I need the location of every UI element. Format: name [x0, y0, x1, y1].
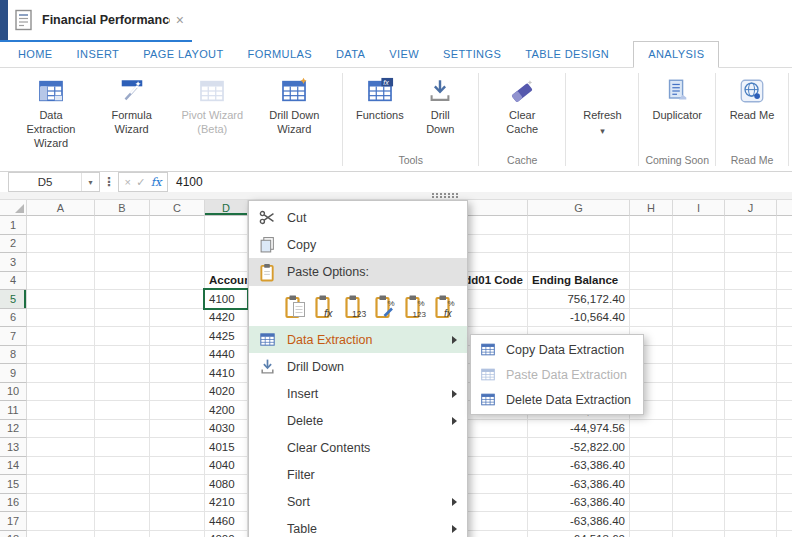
cell-G6[interactable]: -10,564.40: [528, 309, 630, 328]
cell-K8[interactable]: [777, 346, 792, 365]
cell-J4[interactable]: [725, 272, 777, 291]
cell-B1[interactable]: [95, 216, 150, 235]
row-header-3[interactable]: 3: [0, 253, 27, 272]
cell-K13[interactable]: [777, 438, 792, 457]
cell-C6[interactable]: [150, 309, 205, 328]
row-header-2[interactable]: 2: [0, 235, 27, 254]
cell-J14[interactable]: [725, 457, 777, 476]
cell-A18[interactable]: [27, 531, 95, 537]
cell-B2[interactable]: [95, 235, 150, 254]
cell-C9[interactable]: [150, 364, 205, 383]
cell-K17[interactable]: [777, 512, 792, 531]
cell-H13[interactable]: [630, 438, 673, 457]
paste-button[interactable]: [283, 293, 307, 320]
cell-C8[interactable]: [150, 346, 205, 365]
row-header-16[interactable]: 16: [0, 494, 27, 513]
row-header-18[interactable]: 18: [0, 531, 27, 537]
clear-cache-button[interactable]: Clear Cache: [488, 74, 556, 139]
cell-D8[interactable]: 4440: [205, 346, 248, 365]
menu-item-paste-options[interactable]: Paste Options:: [249, 258, 467, 286]
ribbon-tab-table-design[interactable]: TABLE DESIGN: [525, 42, 609, 67]
ribbon-tab-analysis[interactable]: ANALYSIS: [633, 41, 719, 68]
row-header-13[interactable]: 13: [0, 438, 27, 457]
cell-C12[interactable]: [150, 420, 205, 439]
menu-item-table[interactable]: Table: [249, 515, 467, 537]
cell-A9[interactable]: [27, 364, 95, 383]
cell-K10[interactable]: [777, 383, 792, 402]
cell-B3[interactable]: [95, 253, 150, 272]
cell-B13[interactable]: [95, 438, 150, 457]
cell-B10[interactable]: [95, 383, 150, 402]
cell-I18[interactable]: [673, 531, 725, 537]
cell-A16[interactable]: [27, 494, 95, 513]
cell-G13[interactable]: -52,822.00: [528, 438, 630, 457]
cell-D3[interactable]: [205, 253, 248, 272]
cell-C14[interactable]: [150, 457, 205, 476]
ribbon-tab-formulas[interactable]: FORMULAS: [248, 42, 312, 67]
cell-C16[interactable]: [150, 494, 205, 513]
menu-item-cut[interactable]: Cut: [249, 204, 467, 231]
cell-A2[interactable]: [27, 235, 95, 254]
cell-A1[interactable]: [27, 216, 95, 235]
row-header-7[interactable]: 7: [0, 327, 27, 346]
cell-I12[interactable]: [673, 420, 725, 439]
cell-I1[interactable]: [673, 216, 725, 235]
cell-H3[interactable]: [630, 253, 673, 272]
cell-A13[interactable]: [27, 438, 95, 457]
cell-J2[interactable]: [725, 235, 777, 254]
cell-C7[interactable]: [150, 327, 205, 346]
name-box-caret-icon[interactable]: ▾: [81, 173, 99, 191]
paste-formatting-button[interactable]: %: [373, 293, 397, 320]
cell-C3[interactable]: [150, 253, 205, 272]
row-header-17[interactable]: 17: [0, 512, 27, 531]
cell-G15[interactable]: -63,386.40: [528, 475, 630, 494]
formula-input[interactable]: 4100: [168, 175, 792, 189]
column-header-D[interactable]: D: [205, 200, 248, 216]
row-header-14[interactable]: 14: [0, 457, 27, 476]
column-header-partial[interactable]: [777, 200, 792, 216]
cell-D16[interactable]: 4210: [205, 494, 248, 513]
cell-K4[interactable]: [777, 272, 792, 291]
cell-D6[interactable]: 4420: [205, 309, 248, 328]
close-tab-icon[interactable]: ×: [176, 12, 184, 28]
cell-C11[interactable]: [150, 401, 205, 420]
menu-item-copy[interactable]: Copy: [249, 231, 467, 258]
cell-I10[interactable]: [673, 383, 725, 402]
cell-D10[interactable]: 4020: [205, 383, 248, 402]
cell-J15[interactable]: [725, 475, 777, 494]
ribbon-tab-insert[interactable]: INSERT: [77, 42, 120, 67]
cell-C1[interactable]: [150, 216, 205, 235]
row-header-15[interactable]: 15: [0, 475, 27, 494]
cell-J18[interactable]: [725, 531, 777, 537]
formula-bar-resize-handle[interactable]: [432, 193, 458, 198]
cell-I7[interactable]: [673, 327, 725, 346]
cell-C13[interactable]: [150, 438, 205, 457]
cell-G14[interactable]: -63,386.40: [528, 457, 630, 476]
column-header-B[interactable]: B: [95, 200, 150, 216]
cell-H18[interactable]: [630, 531, 673, 537]
ribbon-tab-view[interactable]: VIEW: [389, 42, 419, 67]
cell-D5[interactable]: 4100: [205, 290, 248, 309]
cell-J17[interactable]: [725, 512, 777, 531]
ribbon-tab-page-layout[interactable]: PAGE LAYOUT: [143, 42, 223, 67]
menu-item-data-extraction[interactable]: Data Extraction: [249, 326, 467, 353]
cell-D13[interactable]: 4015: [205, 438, 248, 457]
row-header-11[interactable]: 11: [0, 401, 27, 420]
functions-button[interactable]: fxFunctions: [352, 74, 407, 125]
cell-H12[interactable]: [630, 420, 673, 439]
refresh-button[interactable]: Refresh▾: [575, 74, 629, 138]
cell-K5[interactable]: [777, 290, 792, 309]
cell-A8[interactable]: [27, 346, 95, 365]
select-all-corner[interactable]: [0, 200, 27, 216]
duplicator-button[interactable]: Duplicator: [648, 74, 706, 125]
cell-I14[interactable]: [673, 457, 725, 476]
cell-C10[interactable]: [150, 383, 205, 402]
cell-D1[interactable]: [205, 216, 248, 235]
formula-wizard-button[interactable]: Formula Wizard: [94, 74, 169, 139]
cell-K16[interactable]: [777, 494, 792, 513]
dropdown-caret-icon[interactable]: ▾: [600, 126, 605, 136]
cell-K11[interactable]: [777, 401, 792, 420]
cell-B6[interactable]: [95, 309, 150, 328]
cell-B11[interactable]: [95, 401, 150, 420]
paste-formulas-button[interactable]: fx: [313, 293, 337, 320]
